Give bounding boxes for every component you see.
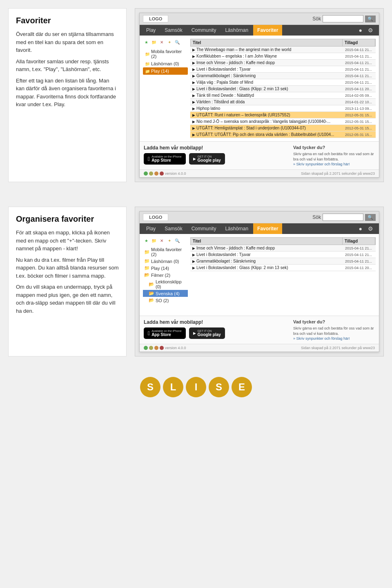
apple-icon-2:  [148,330,150,336]
video-icon: ▶ [192,107,195,111]
footer-left-1: Ladda hem vår mobilapp!  Available on t… [144,145,225,165]
apple-icon-1:  [148,156,150,162]
appstore-badge-2[interactable]:  Available on the iPhone App Store [144,327,186,339]
table-row[interactable]: ▶Livet i Bokstavslandet : Tjuvar 2015-04… [190,66,376,73]
td-title: ▶Grammatikbolaget : Särskrivning [190,73,343,79]
table-row[interactable]: ▶Hiphop latino 2013-11-13 09... [190,105,376,112]
toolbar-folder-add-icon-2[interactable]: 📁 [151,237,157,244]
table-row-2a[interactable]: ▶Imse och Vimse - jiddisch : Kaffe med d… [190,245,376,252]
toolbar-search-icon-2[interactable]: 🔍 [174,237,180,244]
toolbar-move-icon[interactable]: ✦ [166,39,173,45]
nav-favoriter-2[interactable]: Favoriter [253,223,282,234]
section-favoriter: Favoriter Överallt där du ser en stjärna… [0,0,392,190]
table-row[interactable]: ▶Nio med J-Ö – svenska som andraspråk : … [190,118,376,125]
table-row-utgatt-3[interactable]: ▶UTGÅTT: UTGÅTT: Pip och den stora vida … [190,131,376,138]
nav-lashhornan-1[interactable]: Läshörnan [221,25,252,36]
table-row[interactable]: ▶Välja väg : Pajala State of Mind 2015-0… [190,79,376,86]
play-icon-2: ▶ [193,331,196,335]
bell-icon-2[interactable]: ● [357,224,364,234]
bell-icon-1[interactable]: ● [357,25,364,35]
table-row[interactable]: ▶Imse och Vimse - jiddisch : Kaffe med d… [190,60,376,66]
gear-icon-2[interactable]: ⚙ [366,224,375,234]
toolbar-add-icon[interactable]: ★ [143,39,149,45]
table-row-2d[interactable]: ▶Livet i Bokstavslandet : Glass (Klipp: … [190,265,376,271]
td-title: ▶Hiphop latino [190,105,343,111]
gear-icon-1[interactable]: ⚙ [366,25,375,35]
sidebar-lash-2[interactable]: 📁 Läshörnan (0) [143,258,188,265]
sidebar-lektionsklipp[interactable]: 📂 Lektionsklipp (0) [143,278,188,290]
th-date: Tillagd [343,39,375,46]
search-input-1[interactable] [323,15,363,22]
nav-community-1[interactable]: Community [187,25,220,36]
td-title: ▶Livet i Bokstavslandet : Glass (Klipp: … [190,86,343,92]
sidebar-mobila[interactable]: 📁 Mobila favoriter (2) [143,48,188,60]
nav-community-2[interactable]: Community [187,223,220,234]
footer-feedback-text-1: Skriv gärna en rad och berätta för oss v… [293,151,375,162]
search-button-1[interactable]: 🔍 [365,16,376,22]
search-label-2: Sök [312,214,321,220]
nav-samsok-1[interactable]: Samsök [160,25,186,36]
table-row[interactable]: ▶Tänk till med Dewde : Nätattityd 2014-0… [190,92,376,99]
toolbar-add-icon-2[interactable]: ★ [143,237,149,244]
googleplay-badge-1[interactable]: ▶ GET IT ON Google play [189,153,225,165]
table-row[interactable]: ▶Livet i Bokstavslandet : Glass (Klipp: … [190,86,376,92]
video-icon: ▶ [192,100,195,104]
td-title-2d: ▶Livet i Bokstavslandet : Glass (Klipp: … [190,265,343,271]
toolbar-move-icon-2[interactable]: ✦ [166,237,173,244]
td-title: ▶Välja väg : Pajala State of Mind [190,79,343,85]
dot-orange-2 [154,346,158,350]
footer-feedback-link-1[interactable]: » Skriv synpunkter och förslag här! [293,162,350,166]
section-gap-1 [0,190,392,198]
td-date: 2015-04-11 21... [343,53,376,59]
sidebar-lash[interactable]: 📁 Läshörnan (0) [143,60,188,67]
toolbar-delete-icon-2[interactable]: ✕ [158,237,165,244]
appstore-badge-1[interactable]:  Available on the iPhone App Store [144,153,186,165]
nav-favoriter-1[interactable]: Favoriter [253,25,282,36]
slise-letter-i: I [186,377,206,397]
th-title: Titel [191,39,343,46]
table-row[interactable]: ▶Konfliklubben – engelska : I am John Wa… [190,53,376,60]
browser-topbar-1: LOGO Sök 🔍 [140,13,379,25]
table-row-utgatt-2[interactable]: ▶UTGÅTT: Hemligstämplat : Stad i underjo… [190,125,376,131]
toolbar-delete-icon[interactable]: ✕ [158,39,165,45]
sidebar-lektions-label: Lektionsklipp (0) [156,279,187,289]
folder-icon-play: 📁 [145,69,150,74]
sidebar-play[interactable]: 📁 Play (14) [143,67,188,75]
sidebar-mobila-2[interactable]: 📁 Mobila favoriter (2) [143,246,188,258]
table-row-2b[interactable]: ▶Livet i Bokstavslandet : Tjuvar 2015-04… [190,252,376,258]
dot-red-2 [160,346,164,350]
footer-app-title-2: Ladda hem vår mobilapp! [144,319,225,325]
sidebar-so[interactable]: 📂 SO (2) [143,297,188,304]
video-icon: ▶ [192,259,195,263]
table-row-2c[interactable]: ▶Grammatikbolaget : Särskrivning 2015-04… [190,258,376,265]
footer-feedback-link-2[interactable]: » Skriv synpunkter och förslag här! [293,336,350,341]
table-row[interactable]: ▶The Winnebago man – the angriest man in… [190,47,376,53]
gplay-main-text-1: Google play [198,158,221,163]
browser-logo-1: LOGO [143,15,168,22]
td-date: 2015-04-11 21... [343,67,376,72]
table-row[interactable]: ▶Världen : Tillstånd att döda 2014-01-22… [190,99,376,105]
toolbar-search-icon[interactable]: 🔍 [174,39,180,45]
sidebar-svenska[interactable]: 📂 Svenska (4) [143,290,188,297]
section-para-org-2: Nu kan du dra t.ex. filmer från Play til… [16,256,119,280]
sidebar-filmer[interactable]: 📂 Filmer (2) [143,272,188,278]
browser-mock-2: LOGO Sök 🔍 Play Samsök Community Läshörn… [139,211,379,352]
dot-yellow [149,172,153,176]
nav-play-2[interactable]: Play [142,223,160,234]
table-row[interactable]: ▶Grammatikbolaget : Särskrivning 2015-04… [190,73,376,79]
search-button-2[interactable]: 🔍 [365,214,376,221]
sidebar-play-2[interactable]: 📁 Play (14) [143,265,188,272]
folder-icon-play-2: 📁 [144,265,150,271]
td-title: ▶The Winnebago man – the angriest man in… [190,47,343,53]
footer-feedback-title-2: Vad tycker du? [293,319,375,324]
googleplay-badge-2[interactable]: ▶ GET IT ON Google play [189,327,225,339]
version-dots-1: version 4.0.0 [144,172,186,176]
toolbar-folder-add-icon[interactable]: 📁 [151,39,157,45]
nav-play-1[interactable]: Play [142,25,160,36]
table-row-utgatt-1[interactable]: ▶UTGÅTT: Runt i naturen – teckenspråk (U… [190,112,376,118]
play-icon-1: ▶ [193,157,196,161]
search-input-2[interactable] [323,214,363,221]
nav-samsok-2[interactable]: Samsök [160,223,186,234]
nav-lashhornan-2[interactable]: Läshörnan [221,223,252,234]
browser-footer-1: version 4.0.0 Sidan skapad på 2.2071 sek… [140,169,379,177]
